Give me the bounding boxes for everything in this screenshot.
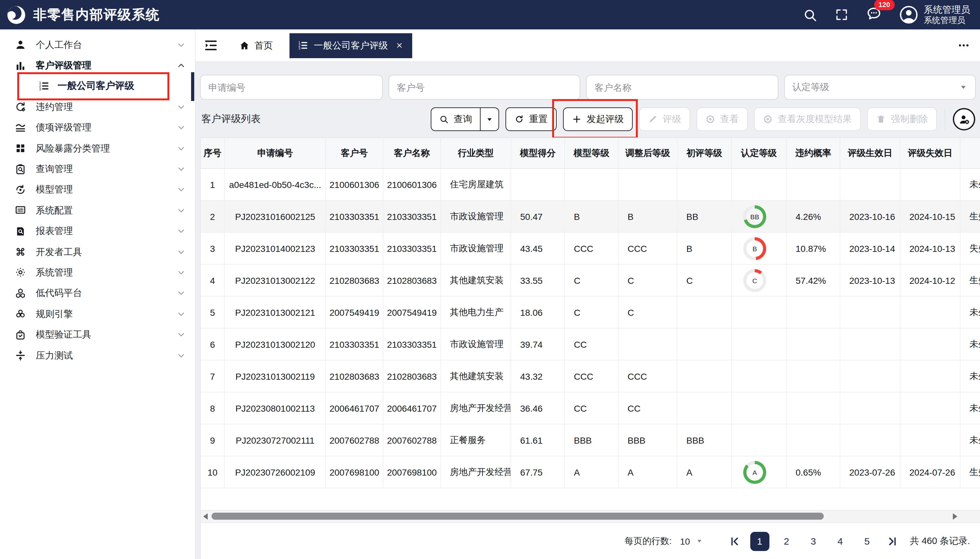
customer-no-input[interactable] [389, 75, 581, 100]
sidebar-item-monitor[interactable]: 系统配置 [0, 200, 195, 221]
rate-button[interactable]: 评级 [639, 108, 690, 131]
sidebar-item-clipboard-search[interactable]: 查询管理 [0, 159, 195, 180]
column-header[interactable]: 模型得分 [511, 138, 565, 168]
search-icon[interactable] [802, 7, 817, 22]
column-settings-button[interactable] [953, 108, 975, 131]
horizontal-scrollbar[interactable] [201, 510, 980, 523]
table-row[interactable]: 8PJ2023080100211320064617072006461707房地产… [201, 392, 980, 425]
application-no-input[interactable] [200, 75, 383, 100]
query-button[interactable]: 查询 [431, 108, 480, 131]
table-row[interactable]: 2PJ2023101600212521033033512103303351市政设… [201, 201, 980, 233]
customer-name-input[interactable] [586, 75, 779, 100]
table-row[interactable]: 6PJ2023101300212021033033512103303351市政设… [201, 329, 980, 361]
table-actions: 查询 重置 发起评级 [431, 108, 975, 131]
force-delete-button[interactable]: 强制删除 [867, 108, 937, 131]
scrollbar-thumb[interactable] [211, 513, 824, 520]
sidebar-item-trend[interactable]: 债项评级管理 [0, 117, 195, 138]
column-header[interactable]: 客户名称 [383, 138, 441, 168]
column-header[interactable]: 模型等级 [565, 138, 619, 168]
column-header[interactable]: 序号 [201, 138, 225, 168]
sidebar-item-gear[interactable]: 系统管理 [0, 262, 195, 283]
sidebar-item-ordered-list[interactable]: 123一般公司客户评级 [0, 76, 195, 97]
cell-adjusted_grade: BBB [619, 425, 677, 456]
page-number-2[interactable]: 2 [777, 531, 796, 551]
column-header[interactable]: 客户号 [326, 138, 383, 168]
cell-adjusted_grade [619, 329, 677, 360]
tab-home[interactable]: 首页 [239, 39, 273, 51]
notifications-button[interactable]: 120 [866, 5, 882, 24]
cell-cust_name: 2102803683 [383, 265, 441, 296]
first-page-button[interactable] [728, 535, 741, 547]
table-row[interactable]: 5PJ2023101300212120075494192007549419其他电… [201, 297, 980, 329]
tab-general-company-rating[interactable]: 123 一般公司客户评级 [289, 33, 412, 58]
cell-score: 33.55 [511, 265, 565, 296]
sidebar-item-refresh-gear[interactable]: 违约管理 [0, 96, 195, 117]
user-menu[interactable]: 系统管理员 系统管理员 [899, 4, 970, 26]
sidebar-item-label: 一般公司客户评级 [58, 80, 134, 93]
sidebar-item-user[interactable]: 个人工作台 [0, 35, 195, 55]
cell-status: 未生效 [960, 425, 980, 456]
cell-app_no: PJ20231013002122 [225, 265, 326, 296]
view-button[interactable]: 查看 [696, 108, 748, 131]
rating-level-select[interactable]: 认定等级 [784, 75, 976, 100]
table-panel: 序号申请编号客户号客户名称行业类型模型得分模型等级调整后等级初评等级认定等级违约… [200, 137, 980, 559]
column-header[interactable]: 评级状态 [960, 138, 980, 168]
table-toolbar: 客户评级列表 查询 重置 [200, 108, 975, 131]
column-header[interactable]: 评级生效日 [840, 138, 901, 168]
cell-score: 67.75 [511, 456, 565, 488]
cell-cust_no: 2103303351 [326, 233, 383, 264]
sidebar-item-compress[interactable]: 压力测试 [0, 345, 195, 366]
initiate-rating-wrap: 发起评级 [563, 108, 633, 131]
cell-model_grade: CC [565, 329, 619, 360]
sidebar-item-report[interactable]: 报表管理 [0, 221, 195, 241]
rows-per-page-select[interactable]: 10 [680, 536, 703, 546]
cell-industry: 房地产开发经营 [441, 456, 511, 488]
page-number-4[interactable]: 4 [830, 531, 850, 551]
more-options-icon[interactable] [957, 39, 970, 52]
column-header[interactable]: 申请编号 [225, 138, 326, 168]
page-number-1[interactable]: 1 [750, 531, 769, 551]
sidebar-item-cubes[interactable]: 低代码平台 [0, 283, 195, 304]
column-header[interactable]: 违约概率 [787, 138, 840, 168]
column-header[interactable]: 初评等级 [677, 138, 732, 168]
column-header[interactable]: 行业类型 [441, 138, 511, 168]
cell-seq: 8 [201, 392, 225, 424]
page-number-3[interactable]: 3 [803, 531, 823, 551]
home-icon [239, 40, 250, 51]
query-dropdown-toggle[interactable] [480, 108, 498, 131]
scroll-left-arrow[interactable] [203, 513, 208, 520]
cell-pd [787, 392, 840, 424]
sidebar-item-bar-chart[interactable]: 客户评级管理 [0, 55, 195, 76]
column-header[interactable]: 认定等级 [732, 138, 787, 168]
customer-rating-table: 序号申请编号客户号客户名称行业类型模型得分模型等级调整后等级初评等级认定等级违约… [201, 138, 980, 488]
sidebar-item-clover[interactable]: 规则引擎 [0, 304, 195, 324]
table-row[interactable]: 1a0e481ed-0b50-4c3c...210060130621006013… [201, 169, 980, 201]
table-row[interactable]: 9PJ2023072700211120076027882007602788正餐服… [201, 425, 980, 456]
close-icon[interactable] [396, 41, 403, 49]
table-row[interactable]: 3PJ2023101400212321033033512103303351市政设… [201, 233, 980, 265]
initiate-rating-button[interactable]: 发起评级 [563, 108, 633, 131]
sidebar-item-label: 模型验证工具 [36, 329, 91, 341]
rating-ring-badge: BB [743, 205, 766, 228]
sidebar-item-command[interactable]: 开发者工具 [0, 241, 195, 262]
table-row[interactable]: 10PJ2023072600210920076981002007698100房地… [201, 456, 980, 488]
cell-effective_date [840, 169, 901, 200]
table-row[interactable]: 4PJ2023101300212221028036832102803683其他建… [201, 265, 980, 297]
column-header[interactable]: 调整后等级 [619, 138, 677, 168]
chevron-down-icon [177, 164, 186, 174]
page-number-5[interactable]: 5 [857, 531, 876, 551]
rating-level-placeholder: 认定等级 [792, 81, 829, 93]
cell-expire_date: 2024-10-13 [901, 233, 960, 264]
table-row[interactable]: 7PJ2023101300211921028036832102803683其他建… [201, 361, 980, 392]
sidebar-collapse-icon[interactable] [203, 38, 219, 53]
fullscreen-icon[interactable] [834, 8, 848, 22]
scroll-right-arrow[interactable] [953, 513, 957, 520]
sidebar-item-bag-check[interactable]: 模型验证工具 [0, 324, 195, 345]
last-page-button[interactable] [886, 535, 898, 547]
column-header[interactable]: 评级失效日 [901, 138, 960, 168]
reset-button[interactable]: 重置 [505, 108, 557, 131]
view-gray-model-button[interactable]: 查看灰度模型结果 [754, 108, 861, 131]
sidebar-item-model[interactable]: 模型管理 [0, 179, 195, 200]
sidebar-item-grid[interactable]: 风险暴露分类管理 [0, 138, 195, 159]
sidebar-item-label: 风险暴露分类管理 [36, 142, 110, 154]
